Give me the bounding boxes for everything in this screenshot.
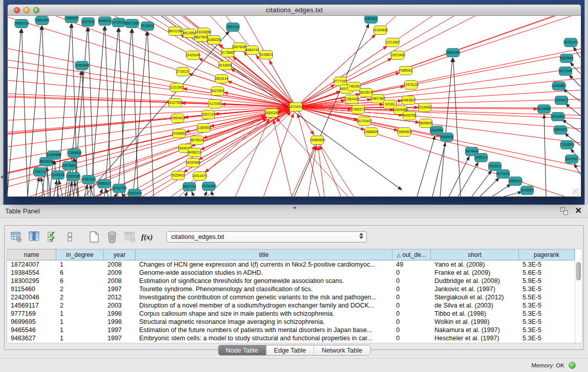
graph-node[interactable]: 9699695: [419, 119, 432, 128]
graph-node[interactable]: 3175685: [221, 49, 234, 57]
graph-node[interactable]: 9245052: [520, 186, 534, 195]
graph-node[interactable]: 19166852: [171, 129, 187, 138]
column-header-name[interactable]: name: [7, 249, 56, 260]
graph-node[interactable]: 22420046: [185, 51, 201, 60]
delete-table-icon[interactable]: [105, 230, 119, 244]
tab-node-table[interactable]: Node Table: [218, 345, 266, 355]
graph-node[interactable]: 20053346: [74, 61, 90, 70]
new-file-icon[interactable]: [88, 230, 101, 244]
graph-node[interactable]: 11355593: [197, 124, 211, 133]
collapse-panel-arrow-icon[interactable]: [1, 175, 3, 179]
graph-node[interactable]: 8186328: [207, 36, 221, 45]
graph-node[interactable]: 9146821: [259, 51, 273, 59]
table-row[interactable]: 977716911998Corpus callosum shape and si…: [7, 310, 575, 318]
graph-node[interactable]: 7632621: [488, 162, 502, 171]
graph-node[interactable]: 16210643: [550, 113, 565, 121]
float-panel-icon[interactable]: [560, 207, 568, 215]
graph-node[interactable]: 10654112: [508, 177, 523, 186]
graph-node[interactable]: 30975887: [61, 162, 77, 170]
graph-node[interactable]: 1145193: [51, 171, 64, 180]
graph-node[interactable]: 16039489: [185, 159, 201, 167]
graph-node[interactable]: 23364436: [344, 95, 359, 104]
graph-node[interactable]: 12923478: [127, 189, 142, 197]
show-column-icon[interactable]: [28, 230, 41, 244]
column-header-out_de[interactable]: △out_de...: [393, 249, 431, 260]
graph-node[interactable]: 19384554: [310, 136, 325, 145]
left-panel-strip[interactable]: [0, 0, 4, 205]
graph-node[interactable]: 8215958: [537, 105, 551, 114]
graph-node[interactable]: 18300295: [264, 109, 279, 118]
graph-node[interactable]: 9227349: [559, 67, 572, 76]
graph-node[interactable]: 9657791: [183, 183, 196, 191]
graph-node[interactable]: 14958107: [96, 180, 112, 188]
graph-node[interactable]: 16914479: [192, 172, 207, 181]
table-row[interactable]: 946554611997Estimation of the future num…: [7, 326, 575, 334]
graph-node[interactable]: 6466161: [98, 17, 112, 26]
network-canvas[interactable]: 1872400718300295193845548601238891295423…: [8, 16, 581, 196]
select-all-columns-icon[interactable]: [46, 230, 59, 244]
graph-node[interactable]: 7957224: [226, 23, 239, 32]
table-row[interactable]: 911546021997Tourette syndrome. Phenomeno…: [7, 285, 575, 293]
column-header-short[interactable]: short: [431, 249, 519, 260]
graph-node[interactable]: 16671385: [124, 19, 140, 28]
graph-node[interactable]: 8498222: [188, 148, 201, 157]
graph-node[interactable]: 9358925: [440, 133, 453, 142]
function-builder-icon[interactable]: f(x): [141, 233, 153, 242]
graph-node[interactable]: 16720407: [357, 117, 372, 126]
graph-node[interactable]: 20691406: [34, 16, 50, 25]
graph-node[interactable]: 7386372: [352, 105, 365, 114]
graph-node[interactable]: 9495758: [403, 112, 416, 120]
table-row[interactable]: 1872400712008Changes of HCN gene express…: [7, 260, 575, 269]
graph-node[interactable]: 746266: [348, 82, 361, 91]
graph-node[interactable]: 8454749: [246, 46, 259, 55]
graph-node[interactable]: 12505185: [66, 172, 81, 181]
graph-node[interactable]: 8878334: [190, 136, 204, 145]
graph-node[interactable]: 2718120: [176, 68, 189, 76]
row-selector-icon[interactable]: [63, 230, 77, 244]
close-panel-icon[interactable]: ✕: [575, 207, 582, 215]
graph-node[interactable]: 10655257: [64, 16, 79, 23]
graph-node[interactable]: 9827508: [194, 33, 208, 42]
graph-node[interactable]: 2087662: [364, 16, 378, 24]
graph-node[interactable]: 17016504: [559, 141, 575, 149]
graph-node[interactable]: 18724007: [288, 103, 303, 112]
graph-node[interactable]: 417008: [209, 100, 222, 108]
scrollbar-thumb[interactable]: [576, 262, 581, 280]
right-panel-strip[interactable]: [584, 0, 588, 205]
window-titlebar[interactable]: citations_edges.txt: [8, 5, 581, 16]
graph-node[interactable]: 14463627: [401, 96, 416, 105]
tab-network-table[interactable]: Network Table: [314, 345, 370, 355]
column-header-title[interactable]: title: [136, 249, 393, 260]
graph-node[interactable]: 10807487: [370, 95, 385, 103]
table-row[interactable]: 1830029562008Estimation of significance …: [7, 277, 575, 285]
graph-node[interactable]: 9329966: [560, 54, 573, 63]
graph-node[interactable]: 17359938: [67, 149, 82, 158]
table-settings-icon[interactable]: [10, 230, 23, 244]
table-scrollbar[interactable]: [575, 249, 582, 343]
graph-node[interactable]: 9242848: [219, 61, 232, 70]
graph-node[interactable]: 7625402: [171, 171, 185, 180]
graph-node[interactable]: 16648784: [445, 49, 461, 57]
column-header-year[interactable]: year: [104, 249, 136, 260]
graph-node[interactable]: 3267130: [202, 111, 215, 119]
graph-node[interactable]: 18107554: [167, 99, 183, 107]
graph-node[interactable]: 19654903: [170, 114, 185, 123]
graph-node[interactable]: 7485063: [399, 67, 412, 75]
graph-node[interactable]: 8427552: [211, 87, 224, 96]
graph-node[interactable]: 16154838: [373, 26, 388, 35]
graph-node[interactable]: 8471676: [496, 170, 510, 179]
table-row[interactable]: 969969511998Structural magnetic resonanc…: [7, 318, 575, 326]
graph-node[interactable]: 1527602: [81, 18, 95, 27]
graph-node[interactable]: 10688609: [363, 128, 379, 137]
graph-node[interactable]: 3624574: [359, 89, 373, 97]
column-header-in_degree[interactable]: in_degree: [56, 249, 104, 260]
window-resize-grip[interactable]: [573, 188, 580, 195]
graph-node[interactable]: 2935114: [474, 154, 488, 162]
graph-node[interactable]: 12975125: [403, 81, 419, 90]
graph-node[interactable]: 12093582: [551, 82, 567, 91]
table-row[interactable]: 1938455462009Genome-wide association stu…: [7, 269, 575, 277]
graph-node[interactable]: 15716485: [201, 182, 216, 191]
table-row[interactable]: 2242004622012Investigating the contribut…: [7, 293, 575, 301]
graph-node[interactable]: 9777169: [334, 77, 347, 86]
graph-node[interactable]: 8601238: [168, 27, 182, 36]
